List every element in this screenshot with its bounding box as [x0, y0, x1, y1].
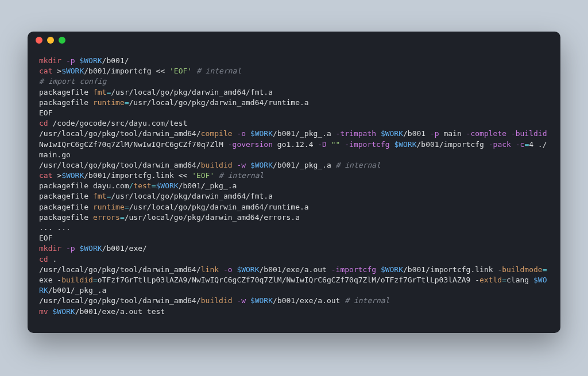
code-token: /b001/exe/a.out: [273, 296, 345, 305]
code-token: /usr/local/go/pkg/darwin_amd64/fmt.a: [111, 192, 273, 200]
code-token: =: [93, 276, 98, 284]
code-token: $WORK: [79, 244, 102, 253]
code-token: link: [201, 265, 219, 274]
code-token: -p: [430, 129, 439, 138]
code-token: $WORK: [250, 296, 273, 305]
code-token: -w: [237, 161, 246, 169]
code-token: ... ...: [39, 223, 71, 232]
code-token: -D: [318, 140, 327, 149]
code-token: 'EOF': [169, 67, 192, 75]
code-token: $WORK: [250, 129, 273, 138]
minimize-icon[interactable]: [47, 37, 54, 44]
code-token: /usr/local/go/pkg/tool/darwin_amd64/: [39, 265, 201, 274]
code-token: [214, 171, 219, 180]
code-token: =: [125, 98, 129, 107]
code-token: -o: [237, 129, 246, 138]
code-token: cat: [39, 171, 52, 180]
code-token: # import config: [39, 77, 106, 86]
code-token: [246, 129, 250, 138]
code-line: /usr/local/go/pkg/tool/darwin_amd64/link…: [39, 265, 549, 296]
code-token: buildid: [61, 276, 93, 284]
code-line: cat >$WORK/b001/importcfg << 'EOF' # int…: [39, 66, 549, 76]
code-line: EOF: [39, 108, 549, 118]
zoom-icon[interactable]: [59, 37, 65, 44]
code-token: >: [52, 171, 61, 180]
code-token: /b001/exe/a.out: [260, 265, 331, 274]
code-token: [219, 265, 223, 274]
code-line: ... ...: [39, 223, 549, 233]
terminal-output: mkdir -p $WORK/b001/cat >$WORK/b001/impo…: [28, 49, 560, 333]
code-token: $WORK: [52, 307, 75, 316]
code-token: -trimpath: [336, 129, 376, 138]
code-line: cd /code/gocode/src/dayu.com/test: [39, 118, 549, 129]
terminal-window: mkdir -p $WORK/b001/cat >$WORK/b001/impo…: [28, 32, 560, 333]
code-token: /b001/importcfg: [417, 140, 489, 149]
code-token: $WORK: [237, 265, 259, 274]
code-token: buildmode: [502, 265, 542, 274]
code-token: -c: [516, 140, 525, 149]
code-token: mkdir: [39, 56, 61, 65]
code-token: packagefile: [39, 88, 93, 96]
code-token: clang: [506, 276, 533, 284]
code-token: =: [543, 265, 547, 274]
code-token: cd: [39, 119, 48, 127]
code-line: # import config: [39, 76, 549, 87]
code-token: [61, 56, 66, 65]
code-token: $WORK: [156, 181, 179, 190]
code-token: packagefile: [39, 213, 93, 222]
code-token: mkdir: [39, 244, 61, 253]
code-line: packagefile runtime=/usr/local/go/pkg/da…: [39, 98, 549, 108]
code-token: $WORK: [381, 265, 403, 274]
code-token: "": [331, 140, 341, 149]
code-token: buildid: [201, 161, 233, 169]
code-line: EOF: [39, 233, 549, 243]
code-token: # internal: [219, 171, 264, 180]
code-token: /usr/local/go/pkg/darwin_amd64/errors.a: [125, 213, 300, 222]
code-token: -importcfg: [345, 140, 389, 149]
code-token: -buildid: [511, 129, 547, 138]
code-token: /b001/importcfg <<: [84, 67, 169, 75]
code-token: cat: [39, 67, 52, 75]
code-token: # internal: [345, 296, 389, 305]
code-token: /usr/local/go/pkg/darwin_amd64/runtime.a: [129, 203, 309, 211]
code-token: /b001/_pkg_.a: [179, 181, 237, 190]
code-token: $WORK: [61, 67, 84, 75]
code-line: mkdir -p $WORK/b001/: [39, 56, 549, 66]
code-token: >: [52, 67, 61, 75]
code-token: =: [502, 276, 506, 284]
code-token: -pack: [489, 140, 511, 149]
code-token: main: [439, 129, 466, 138]
code-line: /usr/local/go/pkg/tool/darwin_amd64/buil…: [39, 296, 549, 306]
code-token: -w: [237, 296, 246, 305]
code-token: =: [125, 203, 129, 211]
code-token: /usr/local/go/pkg/tool/darwin_amd64/: [39, 296, 201, 305]
code-line: packagefile fmt=/usr/local/go/pkg/darwin…: [39, 191, 549, 201]
code-token: /b001/importcfg.link <<: [84, 171, 192, 180]
code-token: -o: [223, 265, 233, 274]
code-token: $WORK: [79, 56, 102, 65]
code-token: /usr/local/go/pkg/darwin_amd64/runtime.a: [129, 98, 309, 107]
code-token: packagefile: [39, 192, 93, 200]
code-token: 'EOF': [192, 171, 214, 180]
close-icon[interactable]: [36, 37, 42, 44]
code-token: /usr/local/go/pkg/tool/darwin_amd64/: [39, 161, 201, 169]
code-token: [61, 244, 66, 253]
code-token: $WORK: [394, 140, 416, 149]
code-line: packagefile fmt=/usr/local/go/pkg/darwin…: [39, 87, 549, 98]
code-token: =: [152, 181, 156, 190]
code-token: /b001: [403, 129, 430, 138]
code-token: $WORK: [381, 129, 403, 138]
code-token: [376, 129, 381, 138]
code-token: -complete: [466, 129, 506, 138]
code-token: [376, 265, 381, 274]
code-token: runtime: [93, 98, 125, 107]
code-token: test: [133, 181, 151, 190]
code-token: cd: [39, 255, 48, 263]
code-token: /b001/exe/a.out test: [75, 307, 165, 316]
code-token: /code/gocode/src/dayu.com/test: [48, 119, 188, 127]
code-token: -importcfg: [331, 265, 376, 274]
code-token: $WORK: [250, 161, 273, 169]
code-token: go1.12.4: [273, 140, 318, 149]
code-line: cd .: [39, 254, 549, 265]
code-line: mkdir -p $WORK/b001/exe/: [39, 243, 549, 254]
